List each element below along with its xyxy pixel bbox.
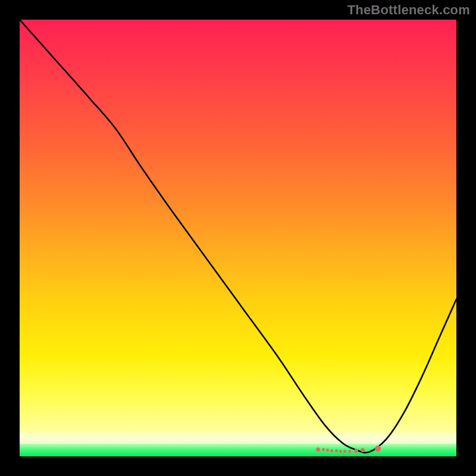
- bottleneck-curve: [20, 20, 456, 453]
- plot-area: [20, 20, 456, 456]
- optimal-marker: [339, 450, 342, 453]
- optimal-marker: [354, 449, 358, 453]
- curve-svg: [20, 20, 456, 456]
- optimal-marker: [375, 446, 381, 452]
- optimal-marker: [316, 447, 320, 452]
- optimal-marker: [361, 448, 365, 452]
- optimal-marker: [348, 450, 351, 453]
- chart-frame: TheBottleneck.com: [0, 0, 476, 476]
- attribution-label: TheBottleneck.com: [347, 2, 470, 18]
- optimal-marker: [335, 449, 338, 452]
